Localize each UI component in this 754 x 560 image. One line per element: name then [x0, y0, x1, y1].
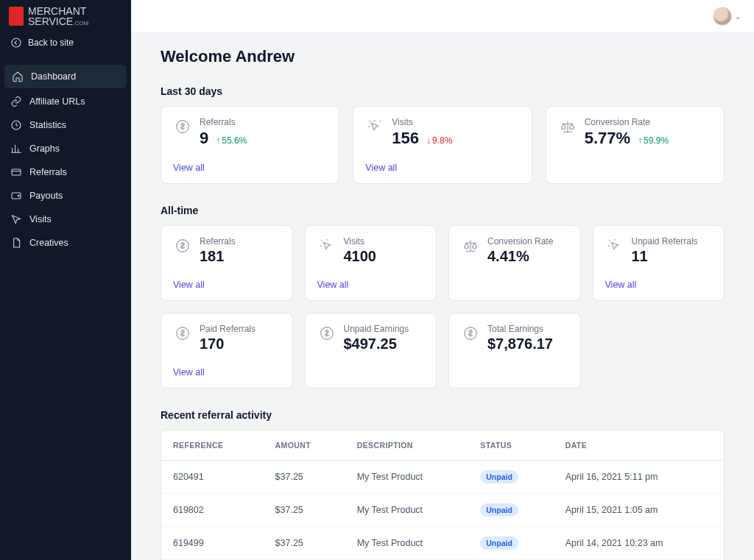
sidebar-item-visits[interactable]: Visits	[0, 208, 131, 231]
card-alltime-referrals: Referrals 181 View all	[161, 225, 293, 301]
nav-label: Visits	[29, 214, 52, 224]
svg-point-0	[12, 38, 21, 47]
card-value: $497.25	[344, 336, 425, 352]
arrow-up-icon: ↑	[638, 135, 642, 146]
status-badge: Unpaid	[480, 470, 518, 483]
card-value: 170	[200, 336, 281, 352]
card-last30-referrals: Referrals 9 ↑55.6% View all	[161, 106, 339, 184]
cell-description: My Test Product	[345, 527, 469, 560]
delta-down: ↓9.8%	[426, 135, 452, 146]
table-row[interactable]: 619802$37.25My Test ProductUnpaidApril 1…	[161, 494, 724, 527]
delta-up: ↑55.6%	[216, 135, 247, 146]
section-last-30-title: Last 30 days	[161, 85, 725, 97]
card-label: Paid Referrals	[200, 324, 281, 334]
card-value: 4100	[344, 248, 425, 265]
nav-label: Dashboard	[31, 71, 76, 82]
card-alltime-total-earnings: Total Earnings $7,876.17	[448, 313, 581, 389]
col-amount: AMOUNT	[264, 430, 345, 461]
sidebar-item-statistics[interactable]: Statistics	[0, 113, 131, 137]
card-alltime-paid-referrals: Paid Referrals 170 View all	[161, 313, 293, 389]
nav-label: Referrals	[29, 167, 67, 177]
topbar: ⌄	[131, 0, 754, 32]
card-label: Referrals	[200, 117, 327, 127]
cell-date: April 16, 2021 5:11 pm	[554, 461, 724, 494]
cell-reference: 619499	[161, 527, 264, 560]
user-menu[interactable]: ⌄	[713, 7, 741, 26]
recent-activity-table: REFERENCE AMOUNT DESCRIPTION STATUS DATE…	[161, 430, 725, 560]
sidebar-item-affiliate-urls[interactable]: Affiliate URLs	[0, 90, 131, 113]
arrow-down-icon: ↓	[426, 135, 431, 146]
card-value: 11	[632, 248, 713, 265]
sidebar-item-creatives[interactable]: Creatives	[0, 231, 131, 255]
status-badge: Unpaid	[480, 503, 518, 517]
card-alltime-visits: Visits 4100 View all	[305, 225, 437, 301]
cell-status: Unpaid	[468, 527, 553, 560]
link-icon	[10, 96, 22, 107]
home-icon	[12, 71, 24, 82]
chevron-down-icon: ⌄	[735, 13, 741, 21]
logo-line2: SERVICE.COM	[28, 16, 88, 26]
cursor-click-icon	[317, 236, 337, 255]
view-all-link[interactable]: View all	[365, 163, 519, 173]
view-all-link[interactable]: View all	[173, 280, 281, 290]
sidebar-item-dashboard[interactable]: Dashboard	[4, 65, 127, 88]
card-alltime-conversion: Conversion Rate 4.41%	[448, 225, 581, 301]
cell-reference: 619802	[161, 494, 264, 527]
card-icon	[10, 166, 22, 178]
brand-logo[interactable]: MERCHANT SERVICE.COM	[0, 0, 131, 29]
view-all-link[interactable]: View all	[317, 280, 425, 290]
section-alltime-title: All-time	[161, 205, 725, 216]
cell-status: Unpaid	[468, 494, 553, 527]
col-reference: REFERENCE	[161, 430, 264, 461]
cell-status: Unpaid	[468, 461, 553, 494]
logo-mark-icon	[9, 7, 24, 26]
back-to-site-link[interactable]: Back to site	[0, 29, 131, 56]
last30-cards: Referrals 9 ↑55.6% View all	[161, 106, 725, 184]
view-all-link[interactable]: View all	[605, 280, 713, 290]
view-all-link[interactable]: View all	[173, 367, 281, 378]
card-value: 5.77%	[585, 129, 630, 148]
cell-date: April 14, 2021 10:23 am	[554, 527, 724, 560]
sidebar-nav: Dashboard Affiliate URLs Statistics Grap…	[0, 63, 131, 255]
cell-amount: $37.25	[264, 527, 345, 560]
dollar-circle-icon	[173, 236, 192, 255]
page-title: Welcome Andrew	[161, 47, 725, 66]
table-row[interactable]: 620491$37.25My Test ProductUnpaidApril 1…	[161, 461, 724, 494]
card-label: Visits	[392, 117, 519, 127]
card-last30-visits: Visits 156 ↓9.8% View all	[353, 106, 532, 184]
nav-label: Statistics	[29, 120, 66, 130]
nav-label: Creatives	[29, 238, 68, 248]
sidebar-item-payouts[interactable]: Payouts	[0, 184, 131, 208]
card-value: 156	[392, 129, 419, 148]
col-status: STATUS	[468, 430, 553, 461]
dollar-circle-icon	[461, 324, 480, 343]
arrow-left-circle-icon	[10, 37, 22, 49]
bar-chart-icon	[10, 143, 22, 155]
dollar-circle-icon	[173, 117, 192, 136]
nav-label: Graphs	[29, 143, 60, 154]
cell-amount: $37.25	[264, 461, 345, 494]
scale-icon	[558, 117, 577, 136]
view-all-link[interactable]: View all	[173, 163, 327, 173]
sidebar-item-referrals[interactable]: Referrals	[0, 160, 131, 184]
sidebar-item-graphs[interactable]: Graphs	[0, 137, 131, 160]
card-alltime-unpaid-referrals: Unpaid Referrals 11 View all	[593, 225, 725, 301]
card-label: Visits	[344, 236, 425, 247]
table-row[interactable]: 619499$37.25My Test ProductUnpaidApril 1…	[161, 527, 724, 560]
cell-reference: 620491	[161, 461, 264, 494]
logo-line1: MERCHANT	[28, 6, 88, 16]
clock-icon	[10, 119, 22, 131]
card-alltime-unpaid-earnings: Unpaid Earnings $497.25	[305, 313, 437, 389]
alltime-cards-row2: Paid Referrals 170 View all Unpaid Earni…	[161, 313, 725, 389]
dollar-circle-icon	[317, 324, 337, 343]
card-label: Unpaid Referrals	[632, 236, 713, 247]
arrow-up-icon: ↑	[216, 135, 220, 146]
card-label: Referrals	[200, 236, 281, 247]
main: ⌄ Welcome Andrew Last 30 days Referrals …	[131, 0, 754, 560]
cursor-click-icon	[365, 117, 384, 136]
card-value: 181	[200, 248, 281, 265]
cursor-icon	[10, 213, 22, 225]
avatar	[713, 7, 732, 26]
cell-description: My Test Product	[345, 494, 469, 527]
svg-rect-2	[12, 169, 21, 175]
